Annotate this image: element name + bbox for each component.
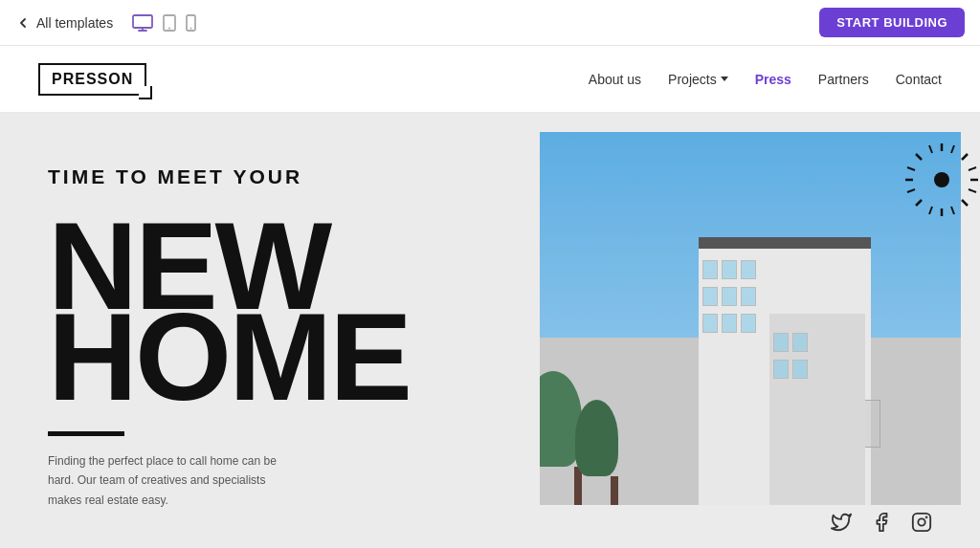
mobile-device-icon[interactable] xyxy=(186,14,196,32)
svg-rect-0 xyxy=(133,15,152,28)
site-nav-links: About us Projects Press Partners Contact xyxy=(589,72,942,87)
svg-line-13 xyxy=(929,145,932,153)
window xyxy=(773,333,789,352)
desktop-device-icon[interactable] xyxy=(132,14,153,32)
window xyxy=(722,287,737,306)
svg-line-15 xyxy=(929,207,932,214)
roof xyxy=(699,237,871,249)
window xyxy=(741,287,756,306)
tablet-device-icon[interactable] xyxy=(163,14,176,32)
device-icons xyxy=(132,14,196,32)
sunburst-decoration xyxy=(903,142,980,218)
window xyxy=(773,360,789,379)
nav-projects[interactable]: Projects xyxy=(668,72,728,87)
twitter-icon[interactable] xyxy=(831,512,852,533)
all-templates-label: All templates xyxy=(36,15,113,31)
window xyxy=(741,260,756,279)
svg-line-20 xyxy=(969,189,976,192)
hero-divider xyxy=(48,431,124,436)
back-button[interactable]: All templates xyxy=(15,15,113,31)
site-navbar: PRESSON About us Projects Press Partners… xyxy=(0,46,980,113)
svg-line-17 xyxy=(907,167,915,170)
start-building-button[interactable]: START BUILDING xyxy=(819,8,965,37)
svg-point-21 xyxy=(934,172,949,187)
svg-line-12 xyxy=(962,200,968,206)
hero-image xyxy=(540,132,961,505)
window xyxy=(792,333,808,352)
hero-subtitle: TIME TO MEET YOUR xyxy=(48,165,302,188)
building-annex xyxy=(769,314,865,505)
nav-partners[interactable]: Partners xyxy=(818,72,869,87)
hero-title-new: NEW xyxy=(48,204,329,328)
toolbar: All templates START BUILDING xyxy=(0,0,980,46)
hero-image-container xyxy=(540,132,961,505)
svg-line-19 xyxy=(969,167,976,170)
svg-line-9 xyxy=(916,154,922,160)
back-arrow-icon xyxy=(15,15,31,31)
tree xyxy=(592,400,635,505)
nav-about[interactable]: About us xyxy=(589,72,641,87)
window xyxy=(702,260,718,279)
svg-line-14 xyxy=(951,145,954,153)
hero-description: Finding the perfect place to call home c… xyxy=(48,451,297,510)
nav-projects-label[interactable]: Projects xyxy=(668,72,728,87)
facebook-icon[interactable] xyxy=(871,512,892,533)
window xyxy=(702,314,718,333)
hero-bottom-content: Finding the perfect place to call home c… xyxy=(48,431,297,510)
nav-contact[interactable]: Contact xyxy=(896,72,942,87)
svg-point-23 xyxy=(918,518,924,525)
svg-line-16 xyxy=(951,207,954,214)
instagram-icon[interactable] xyxy=(911,512,932,533)
svg-point-24 xyxy=(926,517,927,518)
nav-press[interactable]: Press xyxy=(755,72,791,87)
svg-point-4 xyxy=(190,27,192,29)
svg-rect-22 xyxy=(913,514,930,531)
social-icons xyxy=(831,512,932,533)
window xyxy=(741,314,756,333)
svg-line-11 xyxy=(916,200,922,206)
window xyxy=(722,260,737,279)
svg-line-10 xyxy=(962,154,968,160)
svg-point-2 xyxy=(168,27,170,29)
svg-line-18 xyxy=(907,189,915,192)
projects-dropdown-arrow xyxy=(721,77,728,81)
window xyxy=(702,287,718,306)
preview-area: PRESSON About us Projects Press Partners… xyxy=(0,46,980,548)
window xyxy=(722,314,737,333)
tree-group xyxy=(540,314,683,505)
hero-section: TIME TO MEET YOUR NEW HOME Finding the p… xyxy=(0,113,980,548)
site-logo: PRESSON xyxy=(38,63,146,96)
window xyxy=(792,360,808,379)
